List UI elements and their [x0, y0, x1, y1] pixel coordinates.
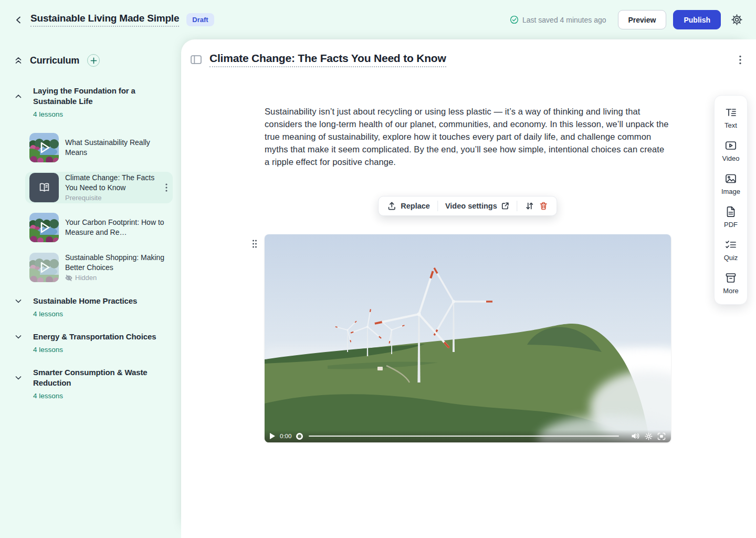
- video-settings-button[interactable]: Video settings: [443, 201, 512, 211]
- quiz-block-icon: [724, 239, 737, 251]
- double-chevron-up-icon: [14, 56, 23, 65]
- kebab-icon: [739, 55, 741, 65]
- top-header: Sustainable Living Made Simple Draft Las…: [0, 0, 756, 39]
- palette-item-more[interactable]: More: [723, 272, 739, 295]
- video-thumbnail: [29, 253, 59, 282]
- section-lesson-count: 4 lessons: [33, 110, 173, 118]
- section-energy-transportation[interactable]: Energy & Transportation Choices 4 lesson…: [10, 332, 173, 354]
- seek-handle[interactable]: [296, 433, 303, 440]
- palette-item-text[interactable]: Text: [724, 106, 737, 129]
- back-button[interactable]: [12, 13, 26, 27]
- section-title[interactable]: Laying the Foundation for a Sustainable …: [33, 86, 173, 107]
- palette-label: Quiz: [724, 254, 738, 262]
- lesson-menu-button[interactable]: [737, 53, 743, 67]
- video-settings-gear-button[interactable]: [645, 432, 653, 440]
- add-section-button[interactable]: [87, 54, 100, 67]
- toolbar-divider: [437, 201, 438, 211]
- trash-icon: [539, 201, 549, 211]
- palette-item-image[interactable]: Image: [721, 172, 740, 195]
- fullscreen-icon: [657, 432, 666, 440]
- lesson-title: Climate Change: The Facts You Need to Kn…: [65, 173, 158, 192]
- eye-off-icon: [65, 274, 72, 282]
- intro-paragraph[interactable]: Sustainability isn’t just about recyclin…: [265, 105, 671, 168]
- section-title[interactable]: Sustainable Home Practices: [33, 296, 173, 306]
- plus-icon: [90, 57, 97, 64]
- video-settings-label: Video settings: [445, 202, 497, 210]
- chevron-down-icon[interactable]: [14, 332, 26, 342]
- palette-item-quiz[interactable]: Quiz: [724, 239, 738, 262]
- palette-label: Text: [724, 121, 737, 129]
- lesson-header: Climate Change: The Facts You Need to Kn…: [181, 39, 756, 67]
- pdf-block-icon: [724, 205, 737, 218]
- section-title[interactable]: Smarter Consumption & Waste Reduction: [33, 367, 173, 388]
- palette-label: More: [723, 287, 739, 295]
- palette-item-pdf[interactable]: PDF: [724, 205, 738, 229]
- lesson-item-what-sustainability[interactable]: What Sustainability Really Means: [25, 132, 173, 163]
- settings-button[interactable]: [731, 14, 742, 25]
- section-lesson-count: 4 lessons: [33, 310, 173, 318]
- image-block-icon: [724, 172, 737, 185]
- curriculum-header: Curriculum: [10, 54, 173, 67]
- kebab-icon: [165, 183, 167, 192]
- collapse-all-button[interactable]: [14, 56, 23, 65]
- lesson-page-title[interactable]: Climate Change: The Facts You Need to Kn…: [209, 52, 446, 67]
- lesson-item-climate-change[interactable]: Climate Change: The Facts You Need to Kn…: [25, 172, 173, 203]
- drag-dots-icon: [251, 239, 258, 249]
- check-circle-icon: [510, 15, 519, 24]
- delete-block-button[interactable]: [537, 200, 551, 212]
- lesson-list: What Sustainability Really Means Climate…: [10, 132, 173, 283]
- video-block-icon: [724, 139, 737, 152]
- palette-label: Image: [721, 188, 740, 195]
- status-badge: Draft: [186, 13, 214, 26]
- lesson-title: What Sustainability Really Means: [65, 138, 169, 157]
- video-player[interactable]: 0:00: [265, 234, 671, 442]
- saved-status-text: Last saved 4 minutes ago: [522, 16, 606, 24]
- play-icon: [270, 433, 275, 439]
- section-smarter-consumption[interactable]: Smarter Consumption & Waste Reduction 4 …: [10, 367, 173, 400]
- palette-item-video[interactable]: Video: [722, 139, 739, 162]
- video-controls: 0:00: [265, 430, 671, 442]
- play-button[interactable]: [270, 433, 275, 439]
- chevron-down-icon[interactable]: [14, 373, 26, 382]
- section-sustainable-home[interactable]: Sustainable Home Practices 4 lessons: [10, 296, 173, 318]
- palette-label: Video: [722, 154, 739, 162]
- replace-label: Replace: [401, 202, 430, 210]
- sidebar-toggle-button[interactable]: [191, 55, 202, 64]
- lesson-item-carbon-footprint[interactable]: Your Carbon Footprint: How to Measure an…: [25, 212, 173, 243]
- preview-button[interactable]: Preview: [618, 10, 667, 29]
- section-lesson-count: 4 lessons: [33, 346, 173, 354]
- block-drag-handle[interactable]: [250, 237, 259, 250]
- reading-lesson-tile: [29, 173, 59, 202]
- publish-button[interactable]: Publish: [673, 10, 721, 29]
- section-title[interactable]: Energy & Transportation Choices: [33, 332, 173, 342]
- gear-icon: [731, 14, 742, 25]
- section-laying-the-foundation[interactable]: Laying the Foundation for a Sustainable …: [10, 86, 173, 118]
- chevron-down-icon[interactable]: [14, 296, 26, 306]
- lesson-menu-button[interactable]: [164, 182, 169, 193]
- course-builder-app: Sustainable Living Made Simple Draft Las…: [0, 0, 756, 538]
- text-block-icon: [724, 106, 737, 119]
- lesson-title: Sustainable Shopping: Making Better Choi…: [65, 253, 169, 272]
- reorder-block-button[interactable]: [523, 200, 537, 212]
- lesson-meta: Hidden: [65, 274, 169, 282]
- course-title[interactable]: Sustainable Living Made Simple: [30, 13, 179, 27]
- video-block-toolbar: Replace Video settings: [378, 196, 557, 216]
- volume-icon: [631, 432, 640, 440]
- toolbar-divider: [517, 201, 518, 211]
- external-link-icon: [501, 202, 510, 210]
- fullscreen-button[interactable]: [657, 432, 666, 440]
- lesson-meta: Prerequisite: [65, 194, 158, 202]
- chevron-up-icon[interactable]: [14, 91, 26, 101]
- seek-track[interactable]: [309, 436, 619, 437]
- video-thumbnail: [29, 213, 59, 242]
- panel-icon: [191, 55, 202, 64]
- video-thumbnail: [29, 133, 59, 162]
- lesson-title: Your Carbon Footprint: How to Measure an…: [65, 218, 169, 237]
- volume-button[interactable]: [631, 432, 640, 440]
- palette-label: PDF: [724, 221, 738, 229]
- lesson-content: Sustainability isn’t just about recyclin…: [265, 105, 671, 168]
- chevron-left-icon: [14, 15, 24, 25]
- lesson-item-sustainable-shopping[interactable]: Sustainable Shopping: Making Better Choi…: [25, 252, 173, 283]
- replace-button[interactable]: Replace: [385, 200, 432, 212]
- block-palette: Text Video Image: [714, 95, 748, 305]
